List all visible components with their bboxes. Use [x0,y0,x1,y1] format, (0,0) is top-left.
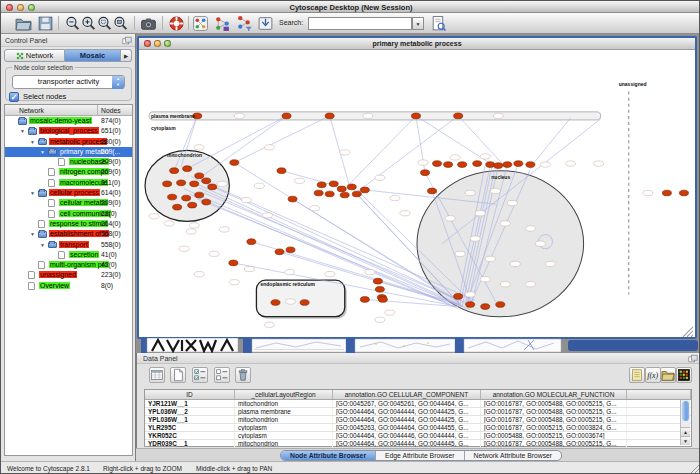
snapshot-button[interactable] [140,15,157,32]
matrix-view-button[interactable] [676,367,692,383]
tree-row-overview[interactable]: Overview8(0) [5,281,132,291]
tabs-overflow-button[interactable]: ▶ [121,49,132,62]
network-node[interactable] [229,260,238,266]
zoom-out-button[interactable] [64,15,81,32]
tree-row-metabolic-process[interactable]: ▼metabolic process280(0) [5,137,132,147]
tree-row-transport[interactable]: ▼transport558(0) [5,240,132,250]
network-node[interactable] [300,300,309,306]
network-node[interactable] [454,294,463,300]
network-node[interactable] [195,173,204,179]
network-node[interactable] [329,181,338,187]
table-cell[interactable]: [GO:0016787, GO:0005488, GO:0005215, G..… [481,416,627,423]
tree-row-secretion[interactable]: secretion41(0) [5,250,132,260]
table-cell[interactable]: mitochondrion [235,416,333,423]
expand-arrow-icon[interactable]: ▼ [30,190,35,196]
table-cell[interactable]: cytoplasm [235,432,333,439]
column-header-2[interactable]: annotation.GO CELLULAR_COMPONENT [333,390,481,399]
tab-network-attribute-browser[interactable]: Network Attribute Browser [465,451,562,460]
table-row-ydr039c__1[interactable]: YDR039C__1mitochondrion[GO:0044464, GO:0… [145,440,691,448]
table-cell[interactable]: YPL036W__1 [145,416,235,423]
network-node[interactable] [481,304,490,310]
expand-arrow-icon[interactable]: ▼ [30,231,35,237]
scroll-down-button[interactable]: ▼ [681,436,690,445]
open-file-button[interactable] [15,15,32,32]
network-node[interactable] [286,247,295,253]
zoom-selected-button[interactable] [96,15,113,32]
table-cell[interactable]: [GO:0044464, GO:0044444, GO:0044425, G..… [333,416,481,423]
table-cell[interactable]: YLR295C [145,424,235,431]
table-scrollbar[interactable]: ▲ ▼ [680,400,690,445]
search-input[interactable] [308,17,412,30]
tree-row-cellular-process[interactable]: ▼cellular process614(0) [5,188,132,198]
zoom-in-button[interactable] [80,15,97,32]
save-button[interactable] [37,15,54,32]
table-cell[interactable]: YPL036W__2 [145,408,235,415]
import-attributes-button[interactable] [660,367,676,383]
network-node[interactable] [411,113,420,119]
scrollbar-thumb[interactable] [682,401,689,421]
network-node[interactable] [458,162,467,168]
tree-row-unassigned[interactable]: unassigned223(0) [5,270,132,280]
table-cell[interactable]: YKR052C [145,432,235,439]
attribute-notes-button[interactable] [629,367,645,383]
network-node[interactable] [275,249,284,255]
table-cell[interactable]: plasma membrane [235,408,333,415]
network-node[interactable] [173,204,182,210]
table-cell[interactable]: mitochondrion [235,440,333,447]
tab-node-attribute-browser[interactable]: Node Attribute Browser [281,451,376,460]
network-node[interactable] [352,191,361,197]
expand-arrow-icon[interactable]: ▼ [40,242,45,248]
table-row-ykr052c[interactable]: YKR052Ccytoplasm[GO:0044464, GO:0044446,… [145,432,691,440]
table-row-ypl036w__1[interactable]: YPL036W__1mitochondrion[GO:0044464, GO:0… [145,416,691,424]
network-node[interactable] [325,191,334,197]
table-cell[interactable]: [GO:0016787, GO:0005488, GO:0005215, G..… [481,440,627,447]
vizmapper-button[interactable] [214,15,231,32]
table-cell[interactable]: [GO:0016787, GO:0005488, GO:0005215, G..… [481,400,627,407]
network-node[interactable] [473,161,482,167]
network-node[interactable] [454,113,463,119]
network-node[interactable] [662,190,671,196]
network-node[interactable] [183,166,192,172]
new-attribute-button[interactable] [170,367,186,383]
network-node[interactable] [247,239,256,245]
table-cell[interactable]: [GO:0005488, GO:0005215, GO:0003674] [481,432,627,439]
expand-arrow-icon[interactable]: ▼ [40,149,45,155]
table-cell[interactable]: [GO:0044464, GO:0044444, GO:0044445, G..… [333,440,481,447]
network-node[interactable] [190,181,199,187]
column-header-3[interactable]: annotation.GO MOLECULAR_FUNCTION [481,390,627,399]
network-node[interactable] [496,302,505,308]
table-cell[interactable]: [GO:0045263, GO:0044464, GO:0044455, G..… [333,424,481,431]
tree-row-biological-process[interactable]: ▼biological_process651(0) [5,126,132,136]
search-options-button[interactable] [430,15,447,32]
tree-row-primary-metabo[interactable]: ▼primary metabo209(... [5,147,132,157]
network-node[interactable] [182,195,191,201]
delete-attribute-button[interactable] [235,367,251,383]
network-node[interactable] [486,162,495,168]
network-node[interactable] [444,162,453,168]
network-node[interactable] [421,170,430,176]
tree-row-cellular-metabo[interactable]: cellular metabo209(0) [5,198,132,208]
table-cell[interactable]: YJR121W__1 [145,400,235,407]
table-cell[interactable]: YDR039C__1 [145,440,235,447]
table-cell[interactable]: [GO:0045267, GO:0045261, GO:0044464, G..… [333,400,481,407]
search-dropdown-arrow[interactable]: ▼ [412,17,424,30]
tab-network[interactable]: Network [4,49,65,62]
network-node[interactable] [288,196,297,202]
tree-row-macromolecule[interactable]: macromolecule311(0) [5,178,132,188]
network-node[interactable] [317,182,326,188]
network-node[interactable] [325,113,334,119]
table-cell[interactable]: [GO:0044464, GO:0044444, GO:0044425, G..… [333,408,481,415]
table-row-ylr295c[interactable]: YLR295Ccytoplasm[GO:0045263, GO:0044464,… [145,424,691,432]
tree-row-response-to-stimul[interactable]: response to stimul264(0) [5,219,132,229]
network-node[interactable] [163,181,172,187]
table-cell[interactable]: mitochondrion [235,400,333,407]
tree-row-multi-organism-pro[interactable]: multi-organism pro42(0) [5,260,132,270]
float-panel-icon[interactable] [122,36,132,45]
table-cell[interactable]: cytoplasm [235,424,333,431]
network-node[interactable] [428,188,437,194]
table-cell[interactable]: [GO:0016787, GO:0005488, GO:0005215, G..… [481,408,627,415]
tree-row-cell-communicat[interactable]: cell communicat22(0) [5,209,132,219]
network-node[interactable] [195,192,204,198]
table-cell[interactable]: [GO:0044464, GO:0044446, GO:0044444, G..… [333,432,481,439]
network-node[interactable] [526,162,535,168]
